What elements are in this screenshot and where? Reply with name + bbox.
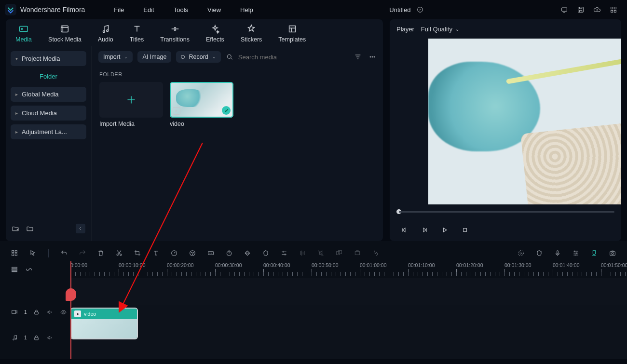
sidebar-item-adjustment-layer[interactable]: ▸Adjustment La...: [11, 124, 86, 139]
tab-templates[interactable]: Templates: [278, 24, 306, 46]
check-icon: [222, 106, 231, 115]
snapshot-icon[interactable]: [609, 249, 616, 257]
tab-titles[interactable]: Titles: [130, 24, 144, 46]
import-button[interactable]: Import⌄: [98, 51, 133, 63]
ai-image-button[interactable]: AI Image: [137, 51, 171, 63]
auto-reframe-icon[interactable]: [517, 249, 525, 257]
arrange-icon[interactable]: [11, 249, 18, 257]
folder-icon[interactable]: [26, 225, 34, 232]
record-button[interactable]: Record⌄: [176, 51, 220, 63]
color-icon[interactable]: [189, 249, 196, 257]
tab-effects[interactable]: Effects: [206, 24, 224, 46]
cloud-upload-icon[interactable]: [593, 6, 601, 13]
track-manager-icon[interactable]: [11, 266, 18, 273]
timer-icon[interactable]: [225, 249, 233, 257]
caption-icon[interactable]: [207, 249, 215, 257]
adjust-icon[interactable]: [280, 249, 288, 257]
timeline-clip-video[interactable]: video: [70, 308, 138, 339]
mute-icon[interactable]: [46, 308, 54, 316]
marker-shield-icon[interactable]: [535, 249, 543, 257]
prev-frame-button[interactable]: [400, 226, 408, 234]
svg-rect-5: [611, 10, 613, 12]
marker-icon[interactable]: [590, 249, 598, 257]
delete-icon[interactable]: [97, 249, 105, 257]
timeline-tracks[interactable]: video: [70, 278, 627, 359]
detach-audio-icon[interactable]: [317, 249, 325, 257]
svg-rect-9: [61, 26, 68, 32]
link-icon[interactable]: [372, 249, 380, 257]
render-icon[interactable]: [354, 249, 361, 257]
voiceover-icon[interactable]: [554, 249, 561, 257]
svg-rect-3: [611, 7, 613, 9]
tab-titles-label: Titles: [130, 36, 144, 43]
media-folder-video[interactable]: video: [170, 82, 233, 127]
video-track-icon: [11, 308, 18, 316]
quality-select[interactable]: Full Quality⌄: [421, 26, 459, 33]
new-folder-icon[interactable]: [12, 225, 19, 232]
play-button[interactable]: [441, 226, 449, 234]
svg-point-10: [103, 31, 105, 33]
sidebar-folder-label[interactable]: Folder: [11, 70, 86, 83]
import-media-tile[interactable]: Import Media: [99, 82, 163, 127]
text-icon[interactable]: [152, 249, 160, 257]
pointer-icon[interactable]: [29, 249, 37, 257]
stop-button[interactable]: [461, 226, 469, 234]
menu-file[interactable]: File: [114, 6, 124, 13]
playhead[interactable]: [70, 261, 71, 359]
visibility-icon[interactable]: [60, 308, 68, 316]
lock-icon[interactable]: [33, 334, 41, 341]
menu-tools[interactable]: Tools: [174, 6, 188, 13]
save-icon[interactable]: [577, 6, 585, 13]
sidebar-item-cloud-media[interactable]: ▸Cloud Media: [11, 106, 86, 121]
lock-icon[interactable]: [33, 308, 41, 316]
sidebar-item-global-media[interactable]: ▸Global Media: [11, 87, 86, 102]
tab-media[interactable]: Media: [15, 24, 32, 46]
time-ruler[interactable]: 0:00:00 00:00:10:00 00:00:20:00 00:00:30…: [70, 261, 627, 278]
tab-transitions[interactable]: Transitions: [160, 24, 190, 46]
speed-icon[interactable]: [170, 249, 178, 257]
svg-rect-7: [20, 27, 28, 32]
media-folder-label: video: [170, 121, 233, 127]
keyframe-icon[interactable]: [244, 249, 251, 257]
menu-edit[interactable]: Edit: [143, 6, 154, 13]
search-input[interactable]: [238, 54, 335, 61]
collapse-sidebar-button[interactable]: [76, 224, 85, 233]
svg-rect-40: [12, 269, 17, 270]
cloud-sync-icon[interactable]: [416, 6, 424, 13]
mixer-icon[interactable]: [572, 249, 580, 257]
mute-icon[interactable]: [46, 334, 54, 341]
chevron-down-icon: ⌄: [124, 54, 128, 59]
svg-point-34: [520, 252, 522, 254]
preview-viewport[interactable]: [428, 39, 621, 204]
audio-mix-icon[interactable]: [299, 249, 306, 257]
clip-label: video: [84, 311, 96, 317]
undo-icon[interactable]: [60, 249, 68, 257]
cut-icon[interactable]: [115, 249, 123, 257]
video-folder-icon: [173, 107, 180, 115]
menu-view[interactable]: View: [207, 6, 221, 13]
group-icon[interactable]: [335, 249, 343, 257]
ruler-label: 00:01:30:00: [504, 262, 531, 268]
crop-icon[interactable]: [134, 249, 141, 257]
ruler-label: 00:00:20:00: [167, 262, 193, 268]
magnet-icon[interactable]: [25, 266, 33, 273]
screen-icon[interactable]: [560, 6, 568, 13]
tab-stickers[interactable]: Stickers: [241, 24, 262, 46]
more-icon[interactable]: [368, 53, 376, 61]
tab-audio[interactable]: Audio: [98, 24, 113, 46]
sidebar-project-media[interactable]: ▾Project Media: [11, 51, 86, 66]
layout-grid-icon[interactable]: [610, 6, 617, 13]
ruler-label: 00:01:50:00: [601, 262, 627, 268]
chevron-down-icon: ⌄: [212, 54, 216, 59]
mask-icon[interactable]: [262, 249, 270, 257]
scrub-bar[interactable]: [390, 204, 621, 219]
ruler-label: 00:00:30:00: [215, 262, 242, 268]
playhead-grip[interactable]: [66, 288, 76, 301]
menu-help[interactable]: Help: [240, 6, 253, 13]
next-frame-button[interactable]: [421, 226, 428, 234]
tab-stock-media[interactable]: Stock Media: [48, 24, 82, 46]
filter-icon[interactable]: [354, 53, 362, 61]
svg-rect-18: [12, 251, 14, 253]
audio-track-index: 1: [24, 335, 27, 340]
redo-icon[interactable]: [79, 249, 86, 257]
